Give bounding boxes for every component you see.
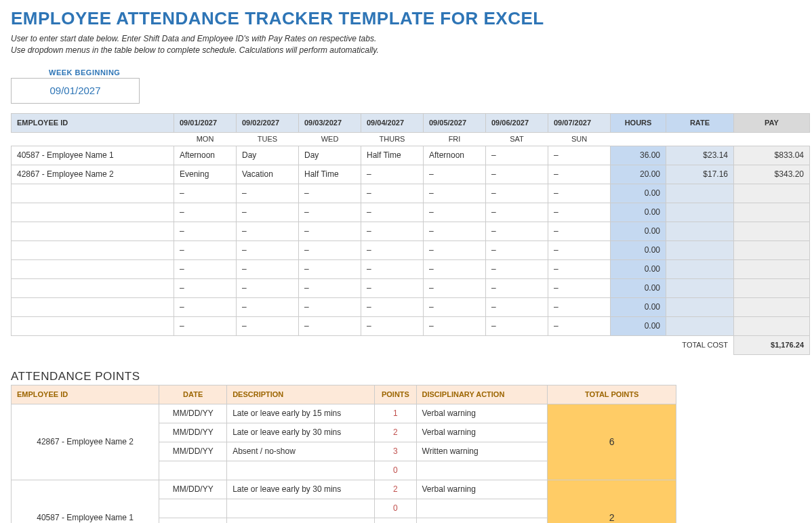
shift-cell[interactable]: –	[486, 278, 548, 297]
shift-cell[interactable]: –	[361, 222, 424, 240]
employee-cell[interactable]	[12, 240, 174, 259]
shift-cell[interactable]: Half Time	[361, 146, 424, 165]
shift-cell[interactable]: –	[237, 222, 299, 240]
shift-cell[interactable]: –	[548, 259, 611, 278]
disciplinary-action-cell[interactable]: Verbal warning	[416, 423, 548, 442]
shift-cell[interactable]: –	[174, 316, 237, 335]
shift-cell[interactable]: –	[486, 240, 548, 259]
shift-cell[interactable]: –	[174, 278, 237, 297]
shift-cell[interactable]: –	[486, 259, 548, 278]
points-employee-cell[interactable]: 42867 - Employee Name 2	[12, 404, 159, 480]
shift-cell[interactable]: –	[361, 259, 424, 278]
shift-cell[interactable]: –	[299, 222, 361, 240]
shift-cell[interactable]: –	[361, 203, 424, 222]
shift-cell[interactable]: –	[299, 316, 361, 335]
shift-cell[interactable]: –	[237, 240, 299, 259]
shift-cell[interactable]: –	[299, 240, 361, 259]
shift-cell[interactable]: –	[174, 259, 237, 278]
shift-cell[interactable]: –	[237, 297, 299, 316]
employee-cell[interactable]	[12, 184, 174, 203]
shift-cell[interactable]: –	[486, 184, 548, 203]
shift-cell[interactable]: –	[424, 203, 486, 222]
shift-cell[interactable]: –	[548, 203, 611, 222]
shift-cell[interactable]: Afternoon	[424, 146, 486, 165]
shift-cell[interactable]: –	[174, 222, 237, 240]
disciplinary-action-cell[interactable]	[416, 461, 548, 480]
employee-cell[interactable]	[12, 278, 174, 297]
points-description-cell[interactable]: Absent / no-show	[227, 442, 375, 461]
points-date-cell[interactable]	[159, 499, 227, 518]
shift-cell[interactable]: –	[299, 259, 361, 278]
shift-cell[interactable]: –	[424, 240, 486, 259]
shift-cell[interactable]: Half Time	[299, 165, 361, 184]
disciplinary-action-cell[interactable]: Verbal warning	[416, 404, 548, 423]
disciplinary-action-cell[interactable]	[416, 499, 548, 518]
shift-cell[interactable]: –	[548, 316, 611, 335]
week-beginning-input[interactable]: 09/01/2027	[11, 78, 140, 104]
employee-cell[interactable]	[12, 297, 174, 316]
shift-cell[interactable]: –	[424, 165, 486, 184]
points-date-cell[interactable]: MM/DD/YY	[159, 404, 227, 423]
shift-cell[interactable]: –	[486, 297, 548, 316]
points-description-cell[interactable]: Late or leave early by 15 mins	[227, 404, 375, 423]
shift-cell[interactable]: –	[361, 297, 424, 316]
shift-cell[interactable]: –	[237, 203, 299, 222]
shift-cell[interactable]: –	[424, 297, 486, 316]
disciplinary-action-cell[interactable]: Verbal warning	[416, 480, 548, 499]
points-description-cell[interactable]	[227, 518, 375, 523]
shift-cell[interactable]: –	[237, 259, 299, 278]
shift-cell[interactable]: –	[424, 259, 486, 278]
points-description-cell[interactable]: Late or leave early by 30 mins	[227, 480, 375, 499]
shift-cell[interactable]: –	[361, 240, 424, 259]
shift-cell[interactable]: –	[486, 165, 548, 184]
shift-cell[interactable]: –	[299, 184, 361, 203]
shift-cell[interactable]: –	[548, 165, 611, 184]
points-description-cell[interactable]: Late or leave early by 30 mins	[227, 423, 375, 442]
shift-cell[interactable]: –	[486, 203, 548, 222]
employee-cell[interactable]	[12, 316, 174, 335]
shift-cell[interactable]: –	[299, 203, 361, 222]
shift-cell[interactable]: –	[361, 316, 424, 335]
points-date-cell[interactable]: MM/DD/YY	[159, 423, 227, 442]
shift-cell[interactable]: –	[299, 297, 361, 316]
shift-cell[interactable]: –	[424, 184, 486, 203]
disciplinary-action-cell[interactable]: Written warning	[416, 442, 548, 461]
shift-cell[interactable]: –	[361, 165, 424, 184]
shift-cell[interactable]: –	[174, 240, 237, 259]
shift-cell[interactable]: –	[424, 316, 486, 335]
shift-cell[interactable]: Day	[299, 146, 361, 165]
shift-cell[interactable]: –	[237, 184, 299, 203]
shift-cell[interactable]: –	[548, 184, 611, 203]
points-description-cell[interactable]	[227, 499, 375, 518]
shift-cell[interactable]: –	[424, 222, 486, 240]
shift-cell[interactable]: –	[486, 222, 548, 240]
shift-cell[interactable]: –	[361, 278, 424, 297]
shift-cell[interactable]: –	[548, 222, 611, 240]
shift-cell[interactable]: –	[174, 297, 237, 316]
points-date-cell[interactable]	[159, 518, 227, 523]
shift-cell[interactable]: –	[486, 316, 548, 335]
points-date-cell[interactable]	[159, 461, 227, 480]
employee-cell[interactable]	[12, 203, 174, 222]
employee-cell[interactable]: 42867 - Employee Name 2	[12, 165, 174, 184]
employee-cell[interactable]	[12, 259, 174, 278]
disciplinary-action-cell[interactable]	[416, 518, 548, 523]
points-date-cell[interactable]: MM/DD/YY	[159, 442, 227, 461]
shift-cell[interactable]: –	[548, 278, 611, 297]
shift-cell[interactable]: –	[237, 278, 299, 297]
points-date-cell[interactable]: MM/DD/YY	[159, 480, 227, 499]
shift-cell[interactable]: –	[548, 146, 611, 165]
employee-cell[interactable]	[12, 222, 174, 240]
shift-cell[interactable]: Evening	[174, 165, 237, 184]
shift-cell[interactable]: Afternoon	[174, 146, 237, 165]
shift-cell[interactable]: –	[486, 146, 548, 165]
shift-cell[interactable]: –	[174, 184, 237, 203]
employee-cell[interactable]: 40587 - Employee Name 1	[12, 146, 174, 165]
shift-cell[interactable]: –	[299, 278, 361, 297]
shift-cell[interactable]: –	[548, 297, 611, 316]
points-description-cell[interactable]	[227, 461, 375, 480]
shift-cell[interactable]: Day	[237, 146, 299, 165]
shift-cell[interactable]: Vacation	[237, 165, 299, 184]
shift-cell[interactable]: –	[361, 184, 424, 203]
shift-cell[interactable]: –	[424, 278, 486, 297]
